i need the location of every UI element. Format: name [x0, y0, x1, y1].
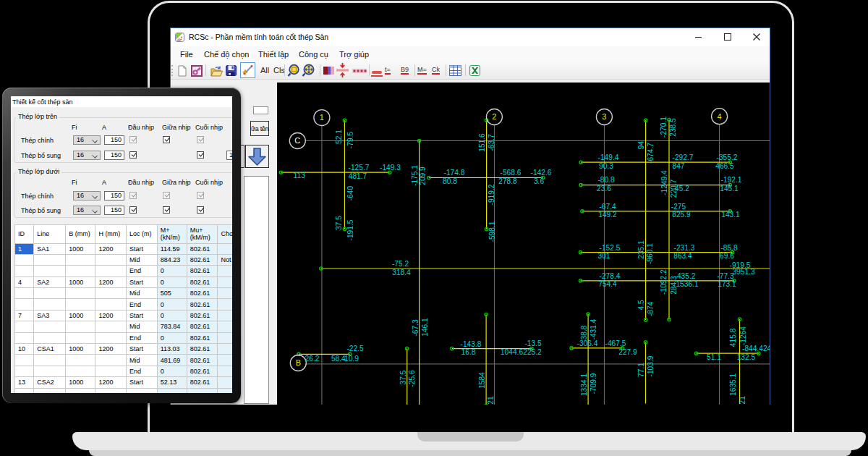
svg-text:1334.1: 1334.1: [580, 373, 588, 396]
svg-text:-568.6: -568.6: [501, 169, 522, 177]
svg-text:-960.1: -960.1: [646, 243, 654, 264]
svg-text:-431.4: -431.4: [590, 318, 597, 339]
svg-text:238.5: 238.5: [669, 118, 677, 137]
svg-text:-152.5: -152.5: [600, 244, 621, 252]
svg-text:-467.5: -467.5: [605, 339, 626, 347]
svg-text:-75.2: -75.2: [392, 260, 409, 268]
svg-text:-22.5: -22.5: [346, 345, 364, 352]
svg-text:149.2: 149.2: [598, 211, 617, 219]
svg-text:-79.5: -79.5: [346, 132, 354, 149]
svg-text:-270.1: -270.1: [660, 117, 668, 138]
svg-text:51.1: 51.1: [707, 353, 721, 361]
svg-text:2: 2: [492, 112, 496, 121]
svg-text:16.8: 16.8: [461, 348, 476, 356]
svg-text:-103.9: -103.9: [647, 355, 655, 376]
svg-text:4: 4: [718, 112, 722, 121]
svg-text:77.1: 77.1: [637, 363, 645, 377]
svg-text:38.8: 38.8: [580, 325, 588, 339]
svg-text:1635.1: 1635.1: [730, 373, 738, 395]
svg-text:-143.8: -143.8: [461, 340, 482, 348]
svg-text:301: 301: [598, 252, 610, 260]
svg-text:235.1: 235.1: [637, 240, 645, 259]
svg-text:-1249.4: -1249.4: [660, 170, 668, 195]
svg-text:-191.5: -191.5: [346, 219, 354, 240]
svg-text:278.8: 278.8: [498, 177, 517, 185]
svg-text:132.5: 132.5: [737, 353, 756, 361]
svg-text:143.1: 143.1: [721, 211, 740, 219]
svg-text:146.1: 146.1: [421, 318, 429, 337]
svg-text:-674.7: -674.7: [647, 143, 655, 164]
svg-text:220.7: 220.7: [670, 179, 678, 198]
svg-text:1: 1: [320, 113, 324, 122]
svg-text:1536.1: 1536.1: [676, 280, 698, 288]
svg-text:-174.8: -174.8: [444, 169, 465, 177]
svg-text:-13.5: -13.5: [524, 339, 542, 347]
svg-text:847: 847: [673, 162, 685, 170]
svg-text:-125.7: -125.7: [349, 164, 370, 172]
svg-text:-355.2: -355.2: [717, 153, 738, 161]
svg-text:754.4: 754.4: [598, 280, 617, 288]
svg-text:37.5: 37.5: [335, 216, 343, 230]
svg-text:466.5: 466.5: [715, 162, 734, 170]
svg-text:-919.2: -919.2: [488, 184, 495, 205]
svg-text:209.9: 209.9: [419, 166, 427, 185]
svg-text:94: 94: [637, 141, 645, 150]
svg-text:145.1: 145.1: [720, 185, 739, 193]
svg-text:-67.3: -67.3: [412, 319, 420, 337]
svg-text:284.3: 284.3: [670, 276, 678, 295]
svg-text:-306.4: -306.4: [577, 339, 598, 347]
svg-text:318.4: 318.4: [392, 269, 411, 276]
svg-text:C: C: [294, 136, 300, 145]
svg-text:173.1: 173.1: [718, 280, 736, 288]
svg-text:52.1: 52.1: [335, 130, 343, 144]
svg-text:-63.7: -63.7: [488, 134, 495, 151]
svg-text:-275: -275: [671, 203, 686, 211]
svg-text:863.4: 863.4: [673, 252, 692, 260]
svg-text:90.3: 90.3: [599, 162, 613, 170]
svg-text:-292.7: -292.7: [673, 153, 694, 161]
svg-text:-278.4: -278.4: [600, 272, 621, 280]
svg-text:-640: -640: [346, 185, 354, 200]
svg-text:825.9: 825.9: [672, 211, 691, 219]
svg-text:69.6: 69.6: [720, 252, 734, 260]
svg-text:-25.6: -25.6: [408, 370, 416, 387]
svg-text:-80.8: -80.8: [597, 176, 615, 184]
svg-text:1584: 1584: [478, 372, 486, 389]
svg-text:227.9: 227.9: [618, 348, 637, 356]
svg-text:37.5: 37.5: [399, 370, 407, 384]
svg-text:23.6: 23.6: [597, 185, 611, 193]
svg-text:-149.4: -149.4: [598, 153, 619, 161]
svg-text:-175.1: -175.1: [411, 165, 419, 186]
svg-text:-709.9: -709.9: [590, 373, 597, 394]
svg-text:B: B: [296, 358, 301, 367]
svg-text:-874: -874: [647, 301, 655, 316]
svg-text:21: 21: [487, 396, 495, 405]
svg-text:26.2: 26.2: [305, 355, 320, 363]
svg-text:-598.1: -598.1: [488, 221, 496, 242]
svg-text:21: 21: [739, 396, 747, 405]
svg-text:-77.3: -77.3: [717, 272, 734, 280]
svg-text:3: 3: [602, 112, 606, 121]
svg-text:58.4: 58.4: [331, 355, 346, 363]
svg-text:113: 113: [294, 172, 306, 180]
svg-text:3.6: 3.6: [534, 177, 544, 185]
svg-text:4.5: 4.5: [637, 300, 645, 310]
svg-text:151.6: 151.6: [478, 133, 486, 152]
svg-text:-67.4: -67.4: [599, 203, 616, 211]
svg-text:-1264: -1264: [739, 326, 747, 345]
svg-text:225.2: 225.2: [523, 348, 542, 356]
svg-text:-85.8: -85.8: [720, 244, 738, 252]
svg-text:10.9: 10.9: [344, 355, 359, 363]
svg-text:481.7: 481.7: [349, 172, 367, 180]
svg-text:-149.3: -149.3: [380, 164, 401, 172]
svg-text:-231.3: -231.3: [674, 244, 695, 252]
svg-text:-1092.2: -1092.2: [660, 269, 668, 295]
svg-text:-142.6: -142.6: [531, 169, 552, 177]
svg-text:-192.1: -192.1: [721, 176, 742, 184]
svg-text:3951.3: 3951.3: [732, 268, 754, 276]
svg-text:1044.6: 1044.6: [501, 348, 523, 356]
svg-text:80.8: 80.8: [443, 177, 457, 185]
svg-text:415.8: 415.8: [730, 328, 738, 347]
